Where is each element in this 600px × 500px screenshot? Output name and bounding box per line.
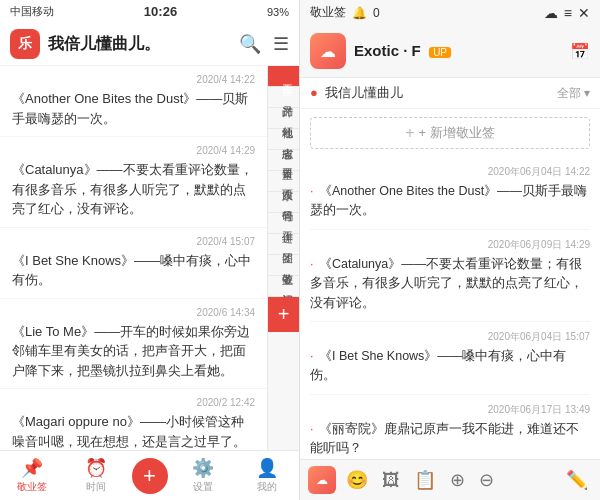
add-circle-icon[interactable]: ⊕	[446, 467, 469, 493]
tab-progress[interactable]: 工作进	[268, 213, 299, 234]
calendar-icon[interactable]: 📅	[570, 42, 590, 61]
plus-icon: +	[405, 124, 414, 142]
tab-group[interactable]: 团签	[268, 234, 299, 255]
left-header-icons: 🔍 ☰	[239, 33, 289, 55]
left-panel-title: 我倍儿懂曲儿。	[48, 34, 239, 55]
red-dot: ●	[310, 85, 318, 100]
section-title-text: 我信儿懂曲儿	[325, 85, 403, 100]
note-date: 2020/4 14:29	[12, 145, 255, 156]
nav-add-area: +	[128, 455, 172, 496]
tab-territory[interactable]: 领地社	[268, 108, 299, 129]
note-date: 2020年06月04日 14:22	[310, 165, 590, 179]
tab-product[interactable]: 产品讨	[268, 87, 299, 108]
list-item[interactable]: 2020/4 14:22 《Another One Bites the Dust…	[0, 66, 267, 137]
tab-work[interactable]: 工作室	[268, 66, 299, 87]
note-text: 《Lie To Me》——开车的时候如果你旁边邻铺车里有美女的话，把声音开大，把…	[12, 322, 255, 381]
note-text: · 《Catalunya》——不要太看重评论数量；有很多音乐，有很多人听完了，默…	[310, 255, 590, 313]
jinye-icon: 📌	[21, 457, 43, 479]
add-tab-button[interactable]: +	[268, 297, 299, 332]
menu-lines-icon[interactable]: ≡	[564, 5, 572, 21]
user-info: Exotic · F UP	[354, 42, 570, 60]
right-header: ☁ Exotic · F UP 📅	[300, 25, 600, 78]
list-item[interactable]: 2020/6 14:34 《Lie To Me》——开车的时候如果你旁边邻铺车里…	[0, 299, 267, 390]
note-text: 《Catalunya》——不要太看重评论数量，有很多音乐，有很多人听完了，默默的…	[12, 160, 255, 219]
user-badge: UP	[429, 47, 451, 58]
nav-add-button[interactable]: +	[132, 458, 168, 494]
battery-status: 93%	[267, 6, 289, 18]
bullet-dot: ·	[310, 257, 313, 271]
cloud-icon[interactable]: ☁	[544, 5, 558, 21]
status-time: 10:26	[144, 4, 177, 19]
right-header-icons: 📅	[570, 42, 590, 61]
app-logo: 乐	[10, 29, 40, 59]
left-header: 乐 我倍儿懂曲儿。 🔍 ☰	[0, 23, 299, 66]
profile-icon: 👤	[256, 457, 278, 479]
tab-stuff[interactable]: 东西没	[268, 171, 299, 192]
tab-jinye[interactable]: 敬业签	[268, 255, 299, 276]
bullet-dot: ·	[310, 184, 313, 198]
right-status-left: 敬业签 🔔 0	[310, 4, 380, 21]
note-date: 2020/2 12:42	[12, 397, 255, 408]
notification-count: 0	[373, 6, 380, 20]
menu-icon[interactable]: ☰	[273, 33, 289, 55]
nav-label-time: 时间	[86, 480, 106, 494]
image-icon[interactable]: 🖼	[378, 468, 404, 493]
nav-item-settings[interactable]: ⚙️ 设置	[172, 455, 236, 496]
note-text: · 《Another One Bites the Dust》——贝斯手最嗨瑟的一…	[310, 182, 590, 221]
list-item[interactable]: 2020年06月09日 14:29 · 《Catalunya》——不要太看重评论…	[310, 230, 590, 322]
new-tag-label: + 新增敬业签	[419, 124, 495, 142]
left-status-bar: 中国移动 10:26 93%	[0, 0, 299, 23]
tab-important[interactable]: 重要日	[268, 150, 299, 171]
app-name-label: 敬业签	[310, 4, 346, 21]
right-status-right: ☁ ≡ ✕	[544, 5, 590, 21]
right-note-list: 2020年06月04日 14:22 · 《Another One Bites t…	[300, 157, 600, 459]
note-text: 《I Bet She Knows》——嗓中有痰，心中有伤。	[12, 251, 255, 290]
bullet-dot: ·	[310, 349, 313, 363]
left-panel: 中国移动 10:26 93% 乐 我倍儿懂曲儿。 🔍 ☰ 2020/4 14:2…	[0, 0, 300, 500]
right-sub-header: ● 我信儿懂曲儿 全部 ▾	[300, 78, 600, 109]
emoji-icon[interactable]: 😊	[342, 467, 372, 493]
note-text: 《Magari oppure no》——小时候管这种噪音叫嗯，现在想想，还是言之…	[12, 412, 255, 450]
close-icon[interactable]: ✕	[578, 5, 590, 21]
right-bottom-toolbar: ☁ 😊 🖼 📋 ⊕ ⊖ ✏️	[300, 459, 600, 500]
list-item[interactable]: 2020/4 15:07 《I Bet She Knows》——嗓中有痰，心中有…	[0, 228, 267, 299]
left-body: 2020/4 14:22 《Another One Bites the Dust…	[0, 66, 299, 450]
list-item[interactable]: 2020年06月04日 14:22 · 《Another One Bites t…	[310, 157, 590, 230]
avatar: ☁	[310, 33, 346, 69]
list-item[interactable]: 2020/2 12:42 《Magari oppure no》——小时候管这种噪…	[0, 389, 267, 450]
note-date: 2020/4 15:07	[12, 236, 255, 247]
tab-province[interactable]: 省志应	[268, 129, 299, 150]
clipboard-icon[interactable]: 📋	[410, 467, 440, 493]
toolbar-avatar: ☁	[308, 466, 336, 494]
note-text: 《Another One Bites the Dust》——贝斯手最嗨瑟的一次。	[12, 89, 255, 128]
nav-item-time[interactable]: ⏰ 时间	[64, 455, 128, 496]
remove-circle-icon[interactable]: ⊖	[475, 467, 498, 493]
tab-numbers[interactable]: 号码管	[268, 192, 299, 213]
nav-label-settings: 设置	[193, 480, 213, 494]
right-panel: 敬业签 🔔 0 ☁ ≡ ✕ ☁ Exotic · F UP 📅 ● 我信儿懂曲儿…	[300, 0, 600, 500]
list-item[interactable]: 2020/4 14:29 《Catalunya》——不要太看重评论数量，有很多音…	[0, 137, 267, 228]
note-text: · 《丽寄院》鹿鼎记原声一我不能进，难道还不能听吗？	[310, 420, 590, 459]
list-item[interactable]: 2020年06月04日 15:07 · 《I Bet She Knows》——嗓…	[310, 322, 590, 395]
filter-dropdown[interactable]: 全部 ▾	[557, 85, 590, 102]
right-status-bar: 敬业签 🔔 0 ☁ ≡ ✕	[300, 0, 600, 25]
carrier-signal: 中国移动	[10, 4, 54, 19]
tab-notes[interactable]: 笔记	[268, 276, 299, 297]
nav-item-profile[interactable]: 👤 我的	[235, 455, 299, 496]
left-bottom-nav: 📌 敬业签 ⏰ 时间 + ⚙️ 设置 👤 我的	[0, 450, 299, 500]
note-date: 2020年06月17日 13:49	[310, 403, 590, 417]
new-tag-button[interactable]: + + 新增敬业签	[310, 117, 590, 149]
edit-icon[interactable]: ✏️	[562, 467, 592, 493]
nav-item-jinye[interactable]: 📌 敬业签	[0, 455, 64, 496]
note-list: 2020/4 14:22 《Another One Bites the Dust…	[0, 66, 267, 450]
note-date: 2020/6 14:34	[12, 307, 255, 318]
notification-icon: 🔔	[352, 6, 367, 20]
note-date: 2020年06月04日 15:07	[310, 330, 590, 344]
side-tabs: 工作室 产品讨 领地社 省志应 重要日 东西没 号码管 工作进 团签 敬业签 笔…	[267, 66, 299, 450]
section-title: ● 我信儿懂曲儿	[310, 84, 557, 102]
bullet-dot: ·	[310, 422, 313, 436]
nav-label-profile: 我的	[257, 480, 277, 494]
search-icon[interactable]: 🔍	[239, 33, 261, 55]
list-item[interactable]: 2020年06月17日 13:49 · 《丽寄院》鹿鼎记原声一我不能进，难道还不…	[310, 395, 590, 459]
note-text: · 《I Bet She Knows》——嗓中有痰，心中有伤。	[310, 347, 590, 386]
